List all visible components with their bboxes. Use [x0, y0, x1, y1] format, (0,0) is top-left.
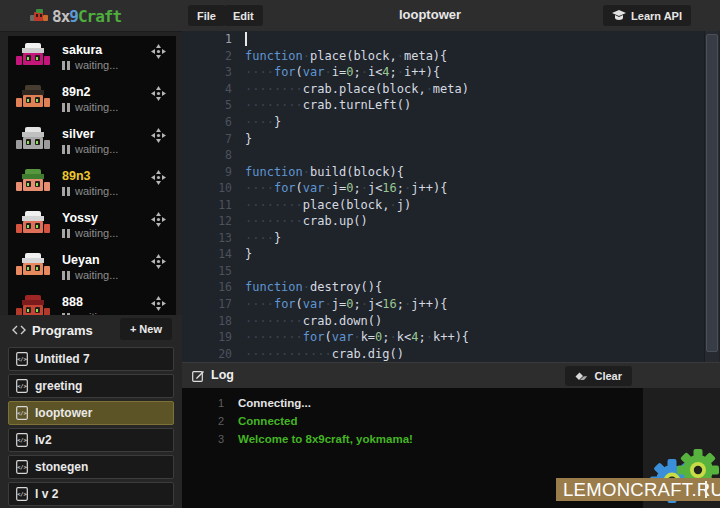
line-number: 10 [182, 181, 245, 195]
code-line: 15 [182, 263, 720, 280]
line-number: 12 [182, 214, 245, 228]
program-item-label: l v 2 [35, 487, 58, 501]
player-status-label: waiting... [75, 269, 118, 281]
program-list: </>Untitled 7</>greeting</>looptower</>l… [8, 347, 174, 508]
code-line: 19········for(var·k=0;·k<4;·k++){ [182, 329, 720, 346]
player-status: waiting... [62, 269, 176, 281]
player-status-label: waiting... [75, 101, 118, 113]
locate-compass-icon[interactable] [151, 86, 166, 101]
player-row[interactable]: 888waiting... [8, 288, 176, 315]
locate-compass-icon[interactable] [151, 170, 166, 185]
code-line: 3····for(var·i=0;·i<4;·i++){ [182, 64, 720, 81]
watermark-text: LEMONCRAFT.RU [556, 478, 720, 501]
player-row[interactable]: silverwaiting... [8, 120, 176, 162]
app-logo: 8x9Craft [30, 5, 121, 27]
watermark-cursor-tick [705, 481, 707, 498]
locate-compass-icon[interactable] [151, 44, 166, 59]
code-brackets-icon [12, 325, 26, 335]
player-row[interactable]: Ueyanwaiting... [8, 246, 176, 288]
code-line: 5········crab.turnLeft() [182, 97, 720, 114]
line-number: 11 [182, 198, 245, 212]
player-row[interactable]: 89n2waiting... [8, 78, 176, 120]
code-line: 20············crab.dig() [182, 345, 720, 362]
code-line: 14} [182, 246, 720, 263]
player-status-label: waiting... [75, 143, 118, 155]
program-item-selected[interactable]: </>looptower [8, 401, 174, 425]
code-line: 9function·build(block){ [182, 163, 720, 180]
crab-avatar [16, 253, 50, 281]
code-line: 2function·place(block,·meta){ [182, 48, 720, 65]
text-cursor [245, 32, 247, 46]
code-line: 6····} [182, 114, 720, 131]
code-line: 13····} [182, 230, 720, 247]
line-number: 16 [182, 280, 245, 294]
player-status-label: waiting... [75, 227, 118, 239]
player-list-panel: sakurawaiting...89n2waiting...silverwait… [8, 36, 176, 315]
program-item-label: stonegen [35, 460, 88, 474]
player-status-label: waiting... [75, 185, 118, 197]
svg-text:</>: </> [17, 383, 27, 389]
log-line-number: 1 [182, 397, 238, 409]
locate-compass-icon[interactable] [151, 128, 166, 143]
locate-compass-icon[interactable] [151, 296, 166, 311]
svg-text:</>: </> [17, 491, 27, 497]
graduation-cap-icon [612, 10, 626, 21]
crab-avatar [16, 211, 50, 239]
program-item[interactable]: </>l v 2 [8, 482, 174, 506]
pause-icon [62, 271, 70, 280]
code-line: 8 [182, 147, 720, 164]
line-number: 7 [182, 132, 245, 146]
program-item-label: looptower [35, 406, 92, 420]
programs-header: Programs + New [0, 315, 182, 345]
crab-avatar [16, 295, 50, 315]
log-message: Welcome to 8x9craft, yokmama! [238, 433, 413, 445]
code-line: 12········crab.up() [182, 213, 720, 230]
line-number: 1 [182, 32, 245, 46]
pause-icon [62, 103, 70, 112]
learn-api-button[interactable]: Learn API [603, 5, 691, 26]
line-number: 4 [182, 82, 245, 96]
code-line: 11········place(block,·j) [182, 196, 720, 213]
code-line: 10····for(var·j=0;·j<16;·j++){ [182, 180, 720, 197]
log-line: 3Welcome to 8x9craft, yokmama! [182, 430, 643, 448]
player-row[interactable]: sakurawaiting... [8, 36, 176, 78]
svg-text:</>: </> [17, 464, 27, 470]
menu-file-label: File [197, 10, 216, 22]
line-number: 2 [182, 49, 245, 63]
code-editor[interactable]: 12function·place(block,·meta){3····for(v… [182, 31, 720, 362]
editor-scrollbar[interactable] [704, 31, 719, 362]
logo-text-craft: Craft [78, 7, 121, 26]
program-item[interactable]: </>Untitled 7 [8, 347, 174, 371]
svg-text:</>: </> [17, 437, 27, 443]
new-program-label: + New [130, 323, 162, 335]
program-file-icon: </> [16, 460, 28, 474]
watermark-band: LEMONCRAFT.RU [556, 478, 720, 501]
menu-file[interactable]: File [188, 5, 225, 26]
program-item[interactable]: </>lv2 [8, 428, 174, 452]
log-line-number: 2 [182, 415, 238, 427]
program-item[interactable]: </>stonegen [8, 455, 174, 479]
log-message: Connected [238, 415, 297, 427]
menu-edit[interactable]: Edit [224, 5, 263, 26]
line-number: 8 [182, 148, 245, 162]
log-line-number: 3 [182, 433, 238, 445]
pause-icon [62, 229, 70, 238]
player-row[interactable]: Yossywaiting... [8, 204, 176, 246]
code-line: 4········crab.place(block,·meta) [182, 81, 720, 98]
player-status: waiting... [62, 185, 176, 197]
new-program-button[interactable]: + New [120, 318, 172, 340]
line-number: 13 [182, 231, 245, 245]
locate-compass-icon[interactable] [151, 254, 166, 269]
program-file-icon: </> [16, 433, 28, 447]
line-number: 9 [182, 165, 245, 179]
scrollbar-thumb[interactable] [706, 34, 718, 352]
program-item[interactable]: </>greeting [8, 374, 174, 398]
svg-text:</>: </> [17, 356, 27, 362]
line-number: 5 [182, 98, 245, 112]
logo-text-8x: 8x [52, 7, 69, 26]
program-file-icon: </> [16, 487, 28, 501]
clear-log-button[interactable]: Clear [565, 366, 632, 386]
crab-avatar [16, 169, 50, 197]
locate-compass-icon[interactable] [151, 212, 166, 227]
player-row[interactable]: 89n3waiting... [8, 162, 176, 204]
